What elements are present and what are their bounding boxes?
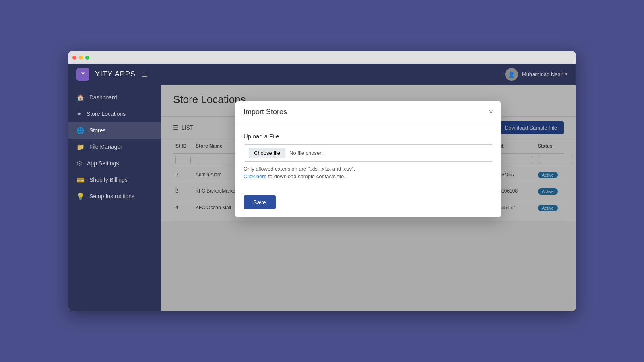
nav-right: 👤 Muhammad Nasir ▾ [505,68,568,81]
modal-header: Import Stores × [235,101,501,123]
sidebar-item-dashboard[interactable]: 🏠 Dashboard [68,89,161,106]
nav-left: Y YITY APPS ☰ [76,68,148,81]
browser-window: Y YITY APPS ☰ 👤 Muhammad Nasir ▾ 🏠 Dashb… [68,51,576,311]
file-hint-download: Click here to download sample contacts f… [244,173,493,179]
sidebar-item-label: Dashboard [89,94,117,101]
user-name: Muhammad Nasir ▾ [522,71,568,77]
no-file-text: No file chosen [289,150,322,156]
modal-footer: Save [235,191,501,217]
top-nav: Y YITY APPS ☰ 👤 Muhammad Nasir ▾ [68,64,576,85]
logo-icon: Y [76,68,89,81]
sidebar-item-label: File Manager [89,144,122,150]
content-area: Store Locations ☰ LIST Add New Import St… [161,85,576,311]
close-dot [72,56,76,60]
maximize-dot [85,56,89,60]
sidebar-item-label: Store Locations [87,111,126,117]
sidebar-item-shopify-billings[interactable]: 💳 Shopify Billings [68,172,161,188]
lightbulb-icon: 💡 [76,193,85,200]
modal-body: Upload a File Choose file No file chosen… [235,123,501,191]
sidebar-item-app-settings[interactable]: ⚙ App Settings [68,155,161,172]
browser-bar [68,51,576,64]
star-icon: ✦ [76,110,82,118]
billing-icon: 💳 [76,176,85,184]
modal-overlay: Import Stores × Upload a File Choose fil… [161,85,576,311]
modal-title: Import Stores [244,108,287,116]
gear-icon: ⚙ [76,160,82,167]
minimize-dot [79,56,83,60]
save-button[interactable]: Save [244,195,276,209]
file-hint-extensions: Only allowed extension are ".xls, .xlsx … [244,166,493,172]
upload-label: Upload a File [244,133,493,140]
globe-icon: 🌐 [76,127,85,134]
sidebar: 🏠 Dashboard ✦ Store Locations 🌐 Stores 📁… [68,85,161,311]
modal-close-button[interactable]: × [489,108,493,115]
sidebar-item-store-locations[interactable]: ✦ Store Locations [68,106,161,122]
sidebar-item-label: Shopify Billings [89,177,128,183]
hamburger-icon[interactable]: ☰ [141,70,148,79]
folder-icon: 📁 [76,143,85,151]
app-container: Y YITY APPS ☰ 👤 Muhammad Nasir ▾ 🏠 Dashb… [68,64,576,311]
choose-file-button[interactable]: Choose file [249,148,285,158]
logo-text: YITY APPS [95,70,136,78]
import-stores-modal: Import Stores × Upload a File Choose fil… [235,101,501,217]
avatar: 👤 [505,68,518,81]
sidebar-item-stores[interactable]: 🌐 Stores [68,122,161,139]
sidebar-item-setup-instructions[interactable]: 💡 Setup Instructions [68,188,161,205]
sidebar-item-label: Stores [89,127,105,134]
sidebar-item-label: Setup Instructions [89,193,134,200]
home-icon: 🏠 [76,94,85,101]
click-here-link[interactable]: Click here [244,173,267,179]
file-input-wrapper: Choose file No file chosen [244,144,493,162]
sidebar-item-label: App Settings [87,160,119,167]
sidebar-item-file-manager[interactable]: 📁 File Manager [68,139,161,155]
main-layout: 🏠 Dashboard ✦ Store Locations 🌐 Stores 📁… [68,85,576,311]
